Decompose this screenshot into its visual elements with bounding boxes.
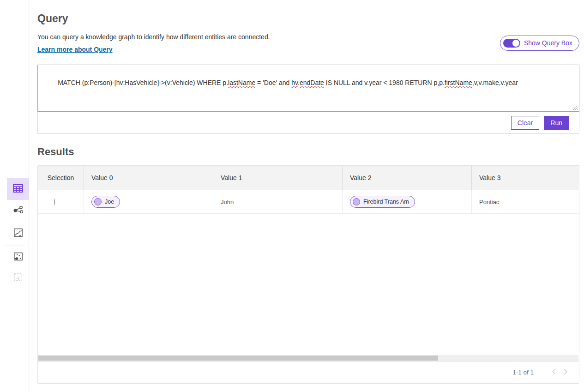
entity-icon: [94, 198, 102, 205]
cell-value3: Pontiac: [472, 190, 579, 213]
page-title: Query: [37, 12, 579, 25]
column-header-value3: Value 3: [472, 166, 579, 190]
add-to-map-button: [7, 267, 29, 288]
cell-text: John: [221, 199, 234, 205]
column-header-value0: Value 0: [84, 166, 213, 190]
query-text: ,v,v.make,v.year: [472, 79, 518, 86]
toggle-knob: [512, 39, 520, 47]
plus-icon: [52, 199, 58, 206]
table-view-button[interactable]: [7, 178, 29, 200]
dashed-square-icon: [13, 271, 24, 283]
minus-icon: [64, 199, 70, 206]
query-input[interactable]: MATCH (p:Person)-[hv:HasVehicle]->(v:Veh…: [37, 65, 579, 112]
run-button[interactable]: Run: [544, 116, 569, 130]
scrollbar-thumb[interactable]: [38, 356, 438, 361]
entity-label: Firebird Trans Am: [363, 199, 409, 205]
add-to-link-chart-button[interactable]: [7, 247, 29, 267]
entity-icon: [353, 198, 360, 205]
chevron-left-icon: [552, 368, 556, 376]
resize-handle-icon[interactable]: [555, 105, 578, 110]
pagination-range: 1-1 of 1: [512, 369, 534, 376]
table-row: Joe John Firebird Trans Am Pontiac: [38, 190, 579, 214]
results-table-card: Selection Value 0 Value 1 Value 2 Value …: [37, 165, 579, 384]
clear-button[interactable]: Clear: [511, 116, 539, 130]
chevron-right-icon: [564, 368, 568, 376]
rail-divider: [4, 246, 25, 246]
intro-row: You can query a knowledge graph to ident…: [37, 32, 579, 54]
main-content: Query You can query a knowledge graph to…: [29, 0, 584, 392]
remove-selection-button[interactable]: [63, 198, 71, 206]
cell-value1: John: [213, 190, 343, 213]
cell-text: Pontiac: [479, 199, 499, 205]
intro-text: You can query a knowledge graph to ident…: [37, 32, 270, 54]
toggle-switch-icon: [503, 39, 520, 48]
page-description: You can query a knowledge graph to ident…: [37, 32, 270, 42]
previous-page-button[interactable]: [548, 367, 560, 379]
link-chart-icon: [13, 205, 24, 217]
pagination-bar: 1-1 of 1: [38, 361, 579, 383]
table-empty-area: [38, 214, 579, 355]
cell-value2: Firebird Trans Am: [343, 190, 472, 213]
next-page-button[interactable]: [560, 367, 572, 379]
map-view-button[interactable]: [7, 222, 29, 244]
results-view-switcher: [0, 0, 29, 392]
entity-pill[interactable]: Firebird Trans Am: [350, 196, 415, 208]
query-text-misspelled: endDate: [300, 79, 324, 86]
table-icon: [12, 183, 24, 195]
column-header-value2: Value 2: [343, 166, 472, 190]
selection-cell: [38, 190, 84, 213]
query-text: IS NULL and v.year < 1980 RETURN p,p.: [324, 79, 445, 86]
query-text-misspelled: lastName: [228, 79, 255, 86]
entity-label: Joe: [105, 199, 114, 205]
cell-value0: Joe: [84, 190, 213, 213]
results-title: Results: [37, 146, 579, 158]
query-panel: MATCH (p:Person)-[hv:HasVehicle]->(v:Veh…: [37, 65, 579, 134]
map-icon: [13, 227, 24, 239]
column-header-value1: Value 1: [213, 166, 343, 190]
query-footer: Clear Run: [37, 112, 579, 134]
column-header-selection: Selection: [38, 166, 84, 190]
query-text: = 'Doe' and: [255, 79, 291, 86]
add-selection-button[interactable]: [51, 198, 59, 206]
learn-more-link[interactable]: Learn more about Query: [37, 46, 113, 53]
horizontal-scrollbar[interactable]: [38, 355, 578, 361]
query-text-misspelled: firstName: [445, 79, 472, 86]
entity-pill[interactable]: Joe: [91, 196, 120, 208]
table-header-row: Selection Value 0 Value 1 Value 2 Value …: [38, 166, 579, 190]
query-text: MATCH (p:Person)-[hv:HasVehicle]->(v:Veh…: [58, 79, 228, 86]
query-page: Query You can query a knowledge graph to…: [0, 0, 584, 392]
query-text-misspelled: hv: [291, 79, 298, 86]
map-features-icon: [13, 251, 24, 263]
toggle-label: Show Query Box: [524, 39, 572, 47]
link-chart-view-button[interactable]: [7, 200, 29, 222]
show-query-box-toggle[interactable]: Show Query Box: [500, 36, 579, 51]
